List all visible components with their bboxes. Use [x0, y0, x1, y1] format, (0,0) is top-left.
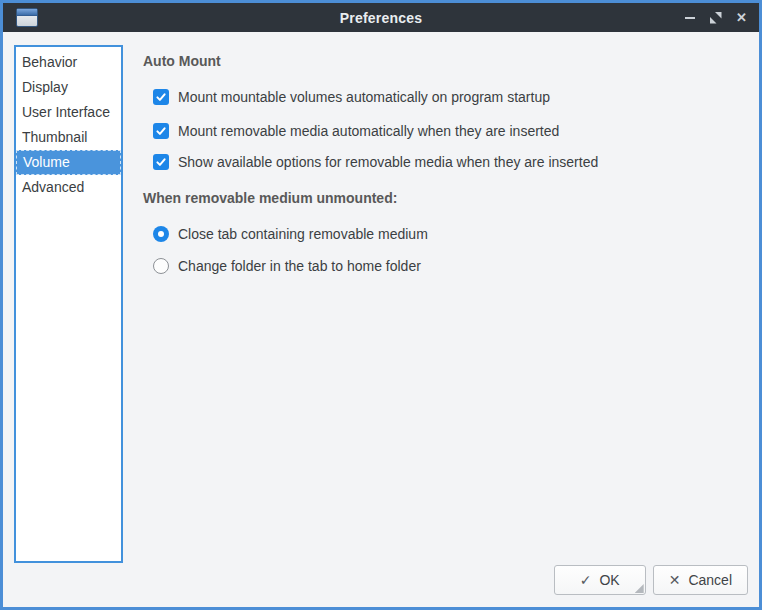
radio-close-tab[interactable]	[153, 226, 169, 242]
default-button-indicator	[635, 584, 644, 593]
radio-row-change-folder: Change folder in the tab to home folder	[153, 256, 421, 276]
checkbox-label: Show available options for removable med…	[178, 154, 598, 170]
check-icon	[155, 156, 167, 168]
titlebar[interactable]: Preferences ✕	[3, 3, 759, 32]
sidebar-item-behavior[interactable]: Behavior	[16, 50, 121, 75]
close-icon: ✕	[736, 11, 747, 24]
sidebar-item-advanced[interactable]: Advanced	[16, 175, 121, 200]
checkbox-row-show-options: Show available options for removable med…	[153, 152, 598, 172]
category-list: Behavior Display User Interface Thumbnai…	[14, 45, 123, 563]
when-unmounted-heading: When removable medium unmounted:	[143, 190, 397, 206]
restore-button[interactable]	[709, 11, 722, 24]
content-area: Behavior Display User Interface Thumbnai…	[6, 35, 756, 604]
sidebar-item-user-interface[interactable]: User Interface	[16, 100, 121, 125]
sidebar-item-display[interactable]: Display	[16, 75, 121, 100]
check-icon	[155, 91, 167, 103]
cancel-button-label: Cancel	[688, 572, 732, 588]
check-icon	[155, 125, 167, 137]
minimize-button[interactable]	[683, 11, 696, 24]
cross-icon: ✕	[669, 573, 681, 587]
sidebar-item-volume[interactable]: Volume	[16, 150, 121, 175]
radio-change-folder[interactable]	[153, 258, 169, 274]
window-controls: ✕	[683, 3, 748, 32]
close-button[interactable]: ✕	[735, 11, 748, 24]
preferences-window: Preferences ✕ Behavior Display User Inte…	[0, 0, 762, 610]
window-icon	[16, 8, 38, 27]
minimize-icon	[685, 17, 695, 19]
check-icon: ✓	[580, 573, 592, 587]
checkbox-mount-removable[interactable]	[153, 123, 169, 139]
checkbox-row-mount-volumes: Mount mountable volumes automatically on…	[153, 87, 550, 107]
ok-button-label: OK	[599, 572, 619, 588]
ok-button[interactable]: ✓ OK	[554, 565, 646, 595]
dialog-button-box: ✓ OK ✕ Cancel	[554, 565, 748, 595]
checkbox-row-mount-removable: Mount removable media automatically when…	[153, 121, 559, 141]
radio-row-close-tab: Close tab containing removable medium	[153, 224, 428, 244]
checkbox-show-options[interactable]	[153, 154, 169, 170]
auto-mount-heading: Auto Mount	[143, 53, 221, 69]
sidebar-item-thumbnail[interactable]: Thumbnail	[16, 125, 121, 150]
checkbox-label: Mount removable media automatically when…	[178, 123, 559, 139]
restore-icon	[710, 12, 722, 24]
cancel-button[interactable]: ✕ Cancel	[653, 565, 748, 595]
window-title: Preferences	[3, 10, 759, 26]
radio-label: Change folder in the tab to home folder	[178, 258, 421, 274]
checkbox-label: Mount mountable volumes automatically on…	[178, 89, 550, 105]
radio-label: Close tab containing removable medium	[178, 226, 428, 242]
checkbox-mount-volumes[interactable]	[153, 89, 169, 105]
